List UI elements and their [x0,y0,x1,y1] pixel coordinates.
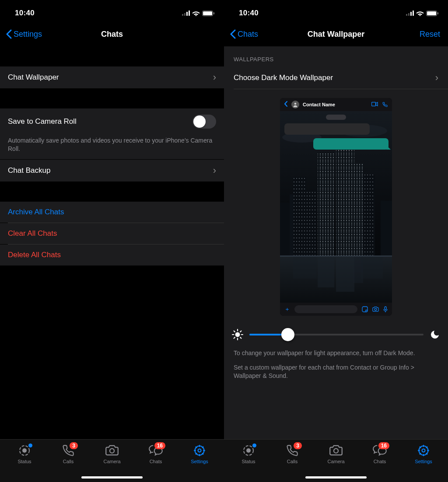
chat-wallpaper-row[interactable]: Chat Wallpaper [0,66,224,88]
tab-label: Camera [103,459,120,464]
tab-label: Chats [150,459,162,464]
status-dot-icon [28,444,32,447]
tab-calls[interactable]: 3 Calls [273,444,312,464]
preview-incoming-bubble [284,123,370,135]
gear-icon [193,444,206,457]
nav-bar: Chats Chat Wallpaper Reset [224,22,448,46]
svg-rect-3 [189,10,190,16]
tab-label: Settings [415,459,432,464]
status-dot-icon [252,444,256,447]
back-label: Chats [238,30,258,39]
status-time: 10:40 [239,9,259,17]
tab-settings[interactable]: Settings [404,444,443,464]
delete-all-chats-button[interactable]: Delete All Chats [0,244,224,265]
svg-rect-5 [203,11,212,15]
page-title: Chat Wallpaper [308,30,364,39]
tab-status[interactable]: Status [229,444,268,464]
plus-icon: ＋ [284,305,290,313]
section-header-wallpapers: WALLPAPERS [224,46,448,67]
svg-rect-37 [381,201,392,255]
svg-rect-49 [293,257,317,279]
svg-point-56 [236,333,240,337]
tab-calls[interactable]: 3 Calls [49,444,88,464]
toggle-knob [193,115,206,128]
svg-rect-25 [427,11,436,15]
back-button[interactable]: Settings [6,29,42,39]
svg-line-64 [240,331,241,332]
reset-button[interactable]: Reset [420,30,440,39]
wifi-icon [416,10,424,16]
svg-line-60 [240,337,241,338]
svg-point-10 [198,449,201,452]
svg-point-9 [110,449,114,453]
tab-label: Camera [327,459,344,464]
svg-rect-50 [361,257,383,279]
nav-bar: Settings Chats [0,22,224,46]
row-label: Clear All Chats [8,229,216,238]
status-indicators [182,10,214,16]
svg-point-67 [334,449,338,453]
svg-point-68 [422,449,425,452]
svg-rect-41 [318,153,334,255]
svg-rect-43 [354,164,363,255]
save-to-camera-roll-toggle[interactable] [192,115,216,129]
row-label: Chat Wallpaper [8,73,213,82]
chats-badge: 16 [378,442,389,449]
svg-rect-42 [336,144,354,255]
svg-line-63 [234,337,235,338]
chat-preview[interactable]: Contact Name [280,98,392,316]
camera-icon [372,307,379,312]
svg-point-54 [374,308,377,311]
row-label: Delete All Chats [8,251,216,259]
back-button[interactable]: Chats [230,29,258,39]
info-text-custom: Set a custom wallpaper for each chat fro… [224,362,448,384]
svg-rect-23 [413,10,414,16]
svg-rect-47 [336,257,354,292]
tab-chats[interactable]: 16 Chats [360,444,399,464]
row-label: Save to Camera Roll [8,117,192,126]
svg-rect-53 [362,307,368,312]
svg-rect-1 [184,13,186,16]
tab-camera[interactable]: Camera [316,444,356,464]
call-icon [382,102,388,107]
home-indicator[interactable] [81,476,143,479]
svg-point-8 [22,448,27,453]
clear-all-chats-button[interactable]: Clear All Chats [0,223,224,244]
status-indicators [406,10,438,16]
chats-badge: 16 [154,442,165,449]
svg-rect-20 [406,14,407,16]
sun-icon [232,329,243,340]
svg-rect-2 [186,12,188,16]
home-indicator[interactable] [305,476,367,479]
tab-status[interactable]: Status [5,444,44,464]
choose-wallpaper-row[interactable]: Choose Dark Mode Wallpaper [224,67,448,89]
page-title: Chats [101,30,123,39]
preview-back-icon [284,101,288,108]
tab-chats[interactable]: 16 Chats [136,444,175,464]
archive-all-chats-button[interactable]: Archive All Chats [0,202,224,223]
brightness-slider-row [224,319,448,345]
save-to-camera-roll-row[interactable]: Save to Camera Roll [0,108,224,135]
battery-icon [426,10,438,16]
preview-wallpaper [280,111,392,303]
info-text-dark-mode: To change your wallpaper for light appea… [224,345,448,362]
svg-point-27 [294,103,297,105]
brightness-slider[interactable] [249,334,424,335]
chat-backup-row[interactable]: Chat Backup [0,160,224,182]
tab-camera[interactable]: Camera [92,444,132,464]
svg-rect-22 [410,12,412,16]
battery-icon [202,10,214,16]
preview-chat-header: Contact Name [280,98,392,111]
sticker-icon [362,306,368,312]
svg-point-66 [246,448,251,453]
svg-rect-6 [214,12,214,14]
slider-thumb[interactable] [281,328,294,341]
tab-label: Status [18,459,31,464]
status-bar: 10:40 [224,0,448,22]
camera-icon [329,444,343,457]
preview-text-field [294,305,357,313]
tab-label: Chats [374,459,386,464]
svg-rect-46 [318,257,334,287]
tab-settings[interactable]: Settings [180,444,219,464]
svg-rect-26 [438,12,438,14]
